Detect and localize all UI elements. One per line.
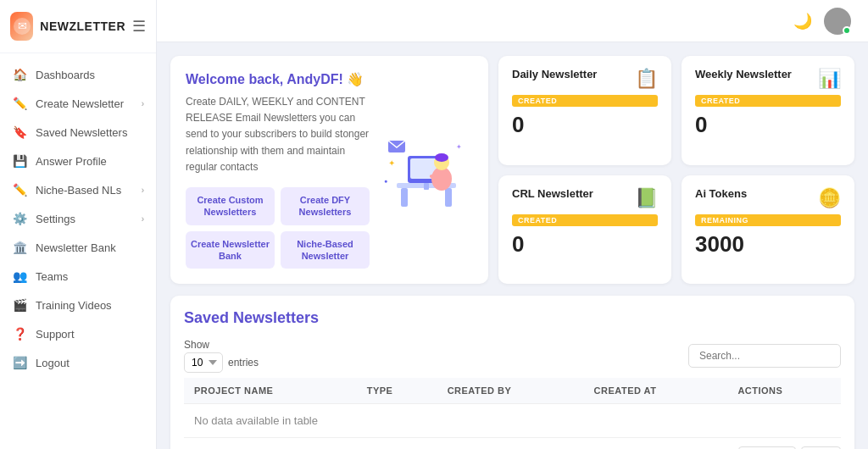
sidebar-label-dashboards: Dashboards: [36, 69, 144, 81]
sidebar-label-training-videos: Training Videos: [36, 299, 144, 312]
stat-badge-ai-tokens: REMAINING: [695, 214, 841, 226]
stat-icon-ai-tokens: 🪙: [818, 187, 841, 209]
table-controls: Show 10 25 50 entries: [184, 339, 841, 373]
stat-name-daily-newsletter: Daily Newsletter: [512, 68, 597, 80]
stat-header-crl-newsletter: CRL Newsletter 📗: [512, 187, 658, 209]
sidebar: ✉ NEWZLETTER ☰ 🏠 Dashboards ✏️ Create Ne…: [0, 0, 157, 449]
stat-badge-crl-newsletter: CREATED: [512, 214, 658, 226]
sidebar-label-saved-newsletters: Saved Newsletters: [36, 126, 144, 139]
stat-card-daily-newsletter: Daily Newsletter 📋 CREATED 0: [498, 56, 671, 165]
stat-header-ai-tokens: Ai Tokens 🪙: [695, 187, 841, 209]
stat-value-crl-newsletter: 0: [512, 231, 658, 258]
sidebar-item-training-videos[interactable]: 🎬 Training Videos: [0, 291, 156, 319]
welcome-buttons: Create Custom NewslettersCreate DFY News…: [186, 187, 370, 269]
stat-card-ai-tokens: Ai Tokens 🪙 REMAINING 3000: [682, 175, 854, 285]
create-dfy-button[interactable]: Create DFY Newsletters: [281, 187, 370, 225]
create-newsletter-icon: ✏️: [12, 97, 27, 110]
svg-text:✉: ✉: [17, 19, 26, 32]
stat-name-ai-tokens: Ai Tokens: [695, 187, 747, 200]
show-controls: Show 10 25 50 entries: [184, 339, 259, 373]
stat-badge-daily-newsletter: CREATED: [512, 95, 658, 107]
saved-newsletters-section: Saved Newsletters Show 10 25 50 entries: [170, 296, 854, 449]
sidebar-item-dashboards[interactable]: 🏠 Dashboards: [0, 60, 156, 89]
stat-icon-weekly-newsletter: 📊: [818, 68, 841, 90]
support-icon: ❓: [12, 327, 27, 341]
main-content: Welcome back, AndyDF! 👋 Create DAILY, WE…: [157, 42, 868, 449]
svg-rect-4: [445, 188, 452, 207]
stat-name-weekly-newsletter: Weekly Newsletter: [695, 68, 792, 80]
sidebar-logo: ✉ NEWZLETTER ☰: [0, 0, 156, 53]
welcome-left: Welcome back, AndyDF! 👋 Create DAILY, WE…: [186, 71, 370, 269]
sidebar-label-create-newsletter: Create Newsletter: [36, 97, 133, 110]
welcome-illustration: ✦ ✦ ●: [380, 71, 473, 269]
svg-text:✦: ✦: [388, 158, 395, 168]
no-data-cell: No data available in table: [184, 404, 841, 438]
saved-newsletters-icon: 🔖: [12, 125, 27, 139]
show-label: Show: [184, 339, 259, 351]
answer-profile-icon: 💾: [12, 154, 27, 168]
sidebar-item-create-newsletter[interactable]: ✏️ Create Newsletter ›: [0, 89, 156, 118]
sidebar-item-saved-newsletters[interactable]: 🔖 Saved Newsletters: [0, 118, 156, 147]
logo-icon: ✉: [10, 12, 33, 41]
sidebar-item-answer-profile[interactable]: 💾 Answer Profile: [0, 147, 156, 175]
sidebar-item-newsletter-bank[interactable]: 🏛️ Newsletter Bank: [0, 233, 156, 262]
sidebar-label-logout: Logout: [36, 357, 144, 369]
sidebar-label-answer-profile: Answer Profile: [36, 155, 144, 168]
col-header-project-name: PROJECT NAME: [184, 378, 357, 404]
table-header: PROJECT NAMETYPECREATED BYCREATED ATACTI…: [184, 378, 841, 404]
svg-text:✦: ✦: [456, 143, 462, 151]
stat-icon-daily-newsletter: 📋: [635, 68, 658, 90]
welcome-card: Welcome back, AndyDF! 👋 Create DAILY, WE…: [170, 56, 488, 284]
stat-card-crl-newsletter: CRL Newsletter 📗 CREATED 0: [498, 175, 671, 285]
chevron-right-icon: ›: [142, 186, 144, 195]
sidebar-label-teams: Teams: [36, 270, 144, 283]
col-header-created-by: CREATED BY: [437, 378, 584, 404]
show-select[interactable]: 10 25 50: [184, 352, 223, 373]
top-section: Welcome back, AndyDF! 👋 Create DAILY, WE…: [170, 56, 854, 284]
theme-toggle[interactable]: 🌙: [793, 12, 812, 30]
stats-grid: Daily Newsletter 📋 CREATED 0 Weekly News…: [498, 56, 854, 284]
niche-based-button[interactable]: Niche-Based Newsletter: [281, 231, 370, 269]
settings-icon: ⚙️: [12, 212, 27, 225]
svg-text:●: ●: [384, 178, 387, 184]
niche-based-nls-icon: ✏️: [12, 183, 27, 197]
app-name: NEWZLETTER: [40, 19, 125, 33]
logout-icon: ➡️: [12, 356, 27, 369]
menu-icon[interactable]: ☰: [132, 17, 146, 36]
dashboards-icon: 🏠: [12, 68, 27, 81]
sidebar-label-niche-based-nls: Niche-Based NLs: [36, 184, 133, 197]
sidebar-item-niche-based-nls[interactable]: ✏️ Niche-Based NLs ›: [0, 175, 156, 204]
svg-point-11: [435, 153, 448, 162]
sidebar-item-support[interactable]: ❓ Support: [0, 319, 156, 348]
data-table: PROJECT NAMETYPECREATED BYCREATED ATACTI…: [184, 378, 841, 438]
create-custom-button[interactable]: Create Custom Newsletters: [186, 187, 275, 225]
stat-icon-crl-newsletter: 📗: [635, 187, 658, 209]
table-body: No data available in table: [184, 404, 841, 438]
stat-header-weekly-newsletter: Weekly Newsletter 📊: [695, 68, 841, 90]
saved-newsletters-title: Saved Newsletters: [184, 309, 841, 327]
search-input[interactable]: [688, 344, 841, 368]
stat-value-weekly-newsletter: 0: [695, 112, 841, 138]
welcome-title: Welcome back, AndyDF! 👋: [186, 71, 370, 87]
sidebar-label-newsletter-bank: Newsletter Bank: [36, 241, 144, 254]
sidebar-item-teams[interactable]: 👥 Teams: [0, 262, 156, 291]
sidebar-item-settings[interactable]: ⚙️ Settings ›: [0, 204, 156, 233]
stat-name-crl-newsletter: CRL Newsletter: [512, 187, 593, 200]
no-data-row: No data available in table: [184, 404, 841, 438]
col-header-actions: ACTIONS: [727, 378, 841, 404]
chevron-right-icon: ›: [142, 214, 144, 224]
sidebar-label-support: Support: [36, 328, 144, 341]
stat-badge-weekly-newsletter: CREATED: [695, 95, 841, 107]
col-header-type: TYPE: [357, 378, 437, 404]
sidebar-item-logout[interactable]: ➡️ Logout: [0, 348, 156, 377]
training-videos-icon: 🎬: [12, 298, 27, 312]
avatar-online-dot: [843, 26, 851, 35]
sidebar-nav: 🏠 Dashboards ✏️ Create Newsletter › 🔖 Sa…: [0, 53, 156, 449]
welcome-description: Create DAILY, WEEKLY and CONTENT RELEASE…: [186, 94, 370, 175]
teams-icon: 👥: [12, 269, 27, 283]
svg-rect-3: [401, 188, 408, 207]
create-bank-button[interactable]: Create Newsletter Bank: [186, 231, 275, 269]
avatar[interactable]: [824, 8, 851, 35]
col-header-created-at: CREATED AT: [584, 378, 728, 404]
stat-value-ai-tokens: 3000: [695, 231, 841, 258]
